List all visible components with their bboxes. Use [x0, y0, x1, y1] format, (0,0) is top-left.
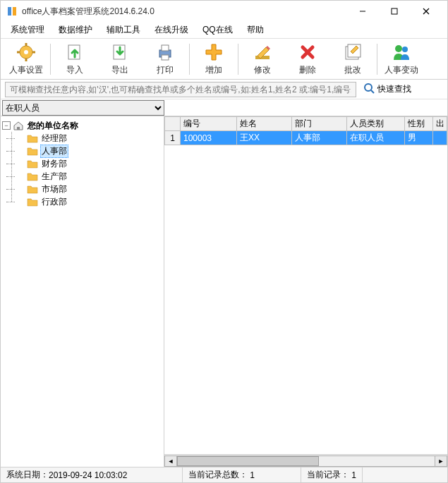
staff-status-select[interactable]: 在职人员	[2, 100, 164, 116]
folder-icon	[27, 184, 38, 194]
org-tree: −您的单位名称经理部人事部财务部生产部市场部行政部	[1, 116, 164, 467]
tree-node[interactable]: 财务部	[8, 157, 162, 170]
data-grid[interactable]: 编号姓名部门人员类别性别出1100003王XX人事部在职人员男	[164, 116, 447, 145]
svg-rect-15	[162, 45, 169, 51]
tree-node[interactable]: 生产部	[8, 170, 162, 183]
tool-edit[interactable]: 修改	[240, 40, 285, 78]
folder-icon	[27, 171, 38, 181]
scroll-right-button[interactable]: ►	[435, 456, 447, 467]
grid-header[interactable]: 编号	[181, 117, 237, 131]
magnifier-icon	[363, 82, 375, 96]
home-icon	[13, 121, 24, 130]
grid-header[interactable]: 人员类别	[347, 117, 405, 131]
scroll-thumb[interactable]	[177, 456, 319, 466]
grid-corner	[165, 117, 181, 131]
quick-search-button[interactable]: 快速查找	[361, 81, 414, 97]
close-button[interactable]	[410, 1, 442, 22]
grid-header[interactable]: 姓名	[237, 117, 292, 131]
app-icon	[6, 6, 18, 17]
menu-5[interactable]: 帮助	[240, 22, 271, 38]
grid-header[interactable]: 性别	[405, 117, 433, 131]
minimize-button[interactable]	[346, 1, 378, 22]
status-total: 当前记录总数： 1	[183, 467, 301, 482]
tree-node[interactable]: 市场部	[8, 183, 162, 195]
import-icon	[64, 42, 85, 63]
search-bar: 快速查找	[1, 80, 447, 99]
grid-pane: 编号姓名部门人员类别性别出1100003王XX人事部在职人员男 ◄ ►	[164, 116, 447, 467]
folder-icon	[27, 197, 38, 207]
quick-search-label: 快速查找	[377, 83, 411, 95]
tool-gear[interactable]: 人事设置	[4, 40, 49, 78]
tool-export[interactable]: 导出	[97, 40, 143, 78]
grid-wrap: 编号姓名部门人员类别性别出1100003王XX人事部在职人员男	[164, 116, 447, 454]
edit-icon	[252, 42, 273, 63]
tool-import[interactable]: 导入	[52, 40, 97, 78]
menu-4[interactable]: QQ在线	[195, 22, 240, 38]
svg-rect-16	[162, 55, 169, 60]
delete-icon	[297, 42, 318, 63]
tool-add[interactable]: 增加	[191, 40, 236, 78]
tree-node[interactable]: 行政部	[8, 195, 162, 208]
svg-rect-26	[17, 127, 20, 130]
window-title: office人事档案管理系统2014.6.24.0	[22, 6, 346, 18]
collapse-icon[interactable]: −	[2, 121, 11, 130]
folder-icon	[27, 146, 38, 156]
svg-point-22	[395, 45, 402, 52]
maximize-button[interactable]	[378, 1, 410, 22]
tool-batch[interactable]: 批改	[330, 40, 375, 78]
tree-node[interactable]: 经理部	[8, 132, 162, 145]
scroll-left-button[interactable]: ◄	[164, 456, 177, 467]
export-icon	[109, 42, 131, 63]
titlebar: office人事档案管理系统2014.6.24.0	[1, 1, 447, 22]
scroll-track[interactable]	[177, 456, 435, 467]
gear-icon	[16, 42, 37, 63]
svg-point-23	[402, 47, 408, 52]
tool-print[interactable]: 打印	[143, 40, 188, 78]
people-icon	[391, 42, 412, 63]
svg-rect-1	[13, 7, 16, 16]
menu-3[interactable]: 在线升级	[147, 22, 195, 38]
svg-rect-0	[8, 7, 11, 16]
horizontal-scrollbar[interactable]: ◄ ►	[164, 454, 447, 467]
window-controls	[346, 1, 442, 22]
svg-line-25	[371, 90, 374, 93]
folder-icon	[27, 133, 38, 143]
main-area: −您的单位名称经理部人事部财务部生产部市场部行政部 编号姓名部门人员类别性别出1…	[1, 116, 447, 467]
status-current: 当前记录： 1	[301, 467, 363, 482]
menu-1[interactable]: 数据维护	[52, 22, 99, 38]
search-input[interactable]	[5, 82, 356, 97]
folder-icon	[27, 159, 38, 169]
svg-point-24	[365, 84, 372, 91]
menu-0[interactable]: 系统管理	[4, 22, 52, 38]
table-row[interactable]: 1100003王XX人事部在职人员男	[165, 131, 447, 145]
add-icon	[203, 42, 224, 63]
tree-root[interactable]: −您的单位名称	[2, 119, 162, 132]
status-bar: 系统日期：2019-09-24 10:03:02 当前记录总数： 1 当前记录：…	[1, 467, 447, 482]
print-icon	[155, 42, 176, 63]
tool-people[interactable]: 人事变动	[379, 40, 424, 78]
svg-rect-3	[392, 8, 397, 14]
tree-pane: −您的单位名称经理部人事部财务部生产部市场部行政部	[1, 116, 164, 467]
tool-delete[interactable]: 删除	[285, 40, 330, 78]
svg-point-7	[24, 50, 28, 54]
tree-node[interactable]: 人事部	[8, 145, 162, 157]
batch-icon	[342, 42, 363, 63]
filter-row: 在职人员	[1, 99, 447, 116]
menubar: 系统管理数据维护辅助工具在线升级QQ在线帮助	[1, 22, 447, 39]
menu-2[interactable]: 辅助工具	[99, 22, 147, 38]
toolbar: 人事设置导入导出打印增加修改删除批改人事变动	[1, 39, 447, 80]
status-date: 系统日期：2019-09-24 10:03:02	[1, 467, 183, 482]
grid-header[interactable]: 出	[433, 117, 447, 131]
grid-header[interactable]: 部门	[292, 117, 347, 131]
